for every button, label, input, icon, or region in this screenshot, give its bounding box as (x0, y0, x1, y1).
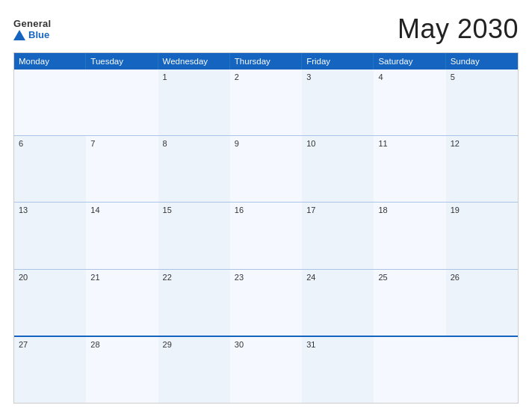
day-number: 21 (90, 273, 153, 282)
day-number: 30 (235, 340, 297, 349)
day-number: 7 (90, 139, 153, 148)
day-number: 29 (163, 340, 226, 349)
day-number: 3 (306, 72, 369, 81)
day-number: 12 (451, 139, 513, 148)
day-cell: 19 (446, 203, 518, 268)
day-cell (14, 69, 86, 135)
day-cell: 21 (86, 270, 158, 336)
day-cell: 27 (14, 337, 86, 403)
day-number: 1 (163, 72, 226, 81)
header-friday: Friday (302, 53, 374, 69)
header-thursday: Thursday (230, 53, 302, 69)
day-number: 5 (451, 72, 513, 81)
header-wednesday: Wednesday (158, 53, 230, 69)
day-number: 23 (235, 273, 297, 282)
day-number: 4 (378, 72, 441, 81)
day-cell: 5 (446, 69, 518, 135)
week-row-3: 13141516171819 (14, 202, 518, 268)
header: General Blue May 2030 (13, 13, 519, 45)
week-row-1: 12345 (14, 69, 518, 135)
day-cell: 11 (374, 136, 445, 202)
day-number: 25 (378, 273, 441, 282)
day-number: 14 (90, 206, 153, 214)
day-cell: 13 (14, 203, 86, 268)
logo-general-text: General (13, 18, 52, 29)
day-number: 22 (163, 273, 226, 282)
day-number: 9 (235, 139, 297, 148)
day-cell: 30 (230, 337, 302, 403)
logo-blue-row: Blue (13, 29, 49, 40)
day-cell: 4 (374, 69, 445, 135)
logo: General Blue (13, 18, 52, 40)
day-cell: 6 (14, 136, 86, 202)
month-title: May 2030 (398, 13, 519, 45)
day-cell: 23 (230, 270, 302, 336)
day-cell: 22 (158, 270, 230, 336)
week-row-2: 6789101112 (14, 135, 518, 202)
day-number: 24 (306, 273, 369, 282)
logo-blue-text: Blue (28, 29, 49, 40)
day-cell: 7 (86, 136, 158, 202)
calendar-page: General Blue May 2030 Monday Tuesday Wed… (0, 0, 532, 411)
day-number: 2 (235, 72, 297, 81)
header-saturday: Saturday (374, 53, 445, 69)
day-cell: 3 (302, 69, 374, 135)
day-cell: 10 (302, 136, 374, 202)
day-cell: 26 (446, 270, 518, 336)
day-cell: 17 (302, 203, 374, 268)
day-number: 18 (378, 206, 441, 214)
day-number: 17 (306, 206, 369, 214)
day-cell: 18 (374, 203, 445, 268)
day-cell: 31 (302, 337, 374, 403)
day-number: 20 (19, 273, 81, 282)
day-number: 19 (451, 206, 513, 214)
header-sunday: Sunday (446, 53, 518, 69)
day-number: 13 (19, 206, 81, 214)
calendar: Monday Tuesday Wednesday Thursday Friday… (13, 52, 519, 404)
day-cell: 25 (374, 270, 445, 336)
day-cell: 29 (158, 337, 230, 403)
week-row-4: 20212223242526 (14, 269, 518, 336)
day-number: 31 (306, 340, 369, 349)
day-cell: 16 (230, 203, 302, 268)
day-cell (446, 337, 518, 403)
day-number: 8 (163, 139, 226, 148)
day-headers: Monday Tuesday Wednesday Thursday Friday… (14, 53, 518, 69)
day-number: 16 (235, 206, 297, 214)
day-cell: 24 (302, 270, 374, 336)
day-number: 6 (19, 139, 81, 148)
week-row-5: 2728293031 (14, 336, 518, 403)
day-number: 11 (378, 139, 441, 148)
day-cell: 20 (14, 270, 86, 336)
day-cell: 15 (158, 203, 230, 268)
day-number: 26 (451, 273, 513, 282)
day-cell: 14 (86, 203, 158, 268)
day-cell: 9 (230, 136, 302, 202)
logo-triangle-icon (13, 30, 25, 40)
day-cell (86, 69, 158, 135)
day-cell: 28 (86, 337, 158, 403)
day-number: 15 (163, 206, 226, 214)
day-cell: 8 (158, 136, 230, 202)
header-monday: Monday (14, 53, 86, 69)
day-number: 28 (90, 340, 153, 349)
day-cell: 2 (230, 69, 302, 135)
day-number: 10 (306, 139, 369, 148)
header-tuesday: Tuesday (86, 53, 158, 69)
weeks-container: 1234567891011121314151617181920212223242… (14, 69, 518, 403)
day-number: 27 (19, 340, 81, 349)
day-cell: 1 (158, 69, 230, 135)
day-cell (374, 337, 445, 403)
day-cell: 12 (446, 136, 518, 202)
